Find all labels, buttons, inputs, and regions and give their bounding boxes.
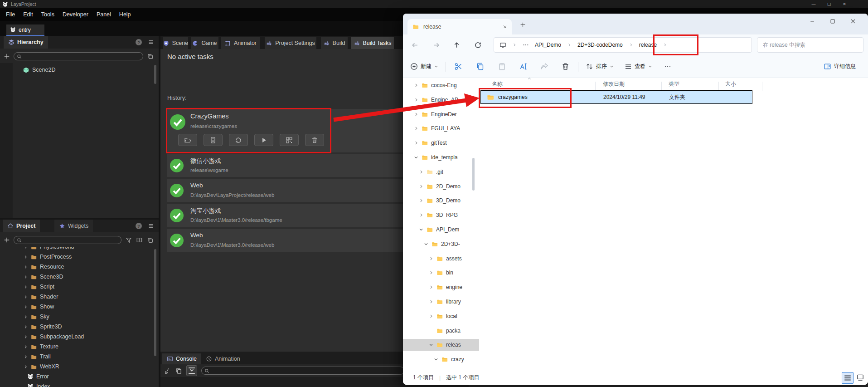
breadcrumb-api_demo[interactable]: API_Demo [535, 42, 561, 48]
more-options-icon[interactable] [664, 63, 671, 70]
chevron-right-icon[interactable] [24, 355, 28, 359]
tree-item-2d-3d-[interactable]: 2D+3D- [403, 238, 479, 250]
project-folder-sprite3d[interactable]: Sprite3D [24, 322, 156, 332]
project-page-index[interactable]: Index [27, 382, 156, 387]
tab-widgets[interactable]: Widgets [54, 220, 93, 232]
chevron-right-icon[interactable] [414, 98, 418, 102]
add-asset-button[interactable] [4, 237, 10, 243]
cut-icon[interactable] [454, 62, 463, 71]
qr-code-button[interactable] [280, 134, 299, 146]
window-close-button[interactable] [850, 18, 856, 24]
help-icon[interactable]: ? [135, 39, 142, 46]
sort-button[interactable]: 排序 [586, 63, 614, 70]
chevron-right-icon[interactable] [414, 83, 418, 88]
breadcrumb-release[interactable]: release [639, 42, 657, 48]
nav-up-icon[interactable] [453, 41, 461, 49]
breadcrumb-chevron-icon[interactable] [663, 43, 667, 47]
project-folder-show[interactable]: Show [24, 302, 156, 312]
refresh-icon[interactable] [474, 41, 482, 49]
nav-forward-icon[interactable] [432, 41, 440, 49]
tree-item-cocos-eng[interactable]: cocos-Eng [403, 79, 479, 91]
tree-item--git[interactable]: .git [403, 166, 479, 178]
project-folder-scene3d[interactable]: Scene3D [24, 272, 156, 282]
rebuild-button[interactable] [229, 134, 248, 146]
tree-item-library[interactable]: library [403, 296, 479, 308]
panel-menu-icon[interactable] [148, 39, 154, 45]
tree-item-releas[interactable]: releas [403, 339, 479, 351]
chevron-right-icon[interactable] [429, 314, 433, 318]
tree-item-local[interactable]: local [403, 310, 479, 322]
tree-item-ide-templa[interactable]: ide_templa [403, 152, 479, 163]
chevron-right-icon[interactable] [24, 265, 28, 269]
hierarchy-scrollbar[interactable] [154, 65, 156, 84]
tab-animation[interactable]: Animation [201, 353, 245, 364]
tab-console[interactable]: Console [162, 353, 201, 364]
chevron-right-icon[interactable] [419, 184, 423, 189]
build-log-button[interactable] [204, 134, 223, 146]
file-row-crazygames[interactable]: crazygames 2024/10/29 11:49 文件夹 [480, 90, 752, 104]
project-folder-texture[interactable]: Texture [24, 342, 156, 352]
hierarchy-tab[interactable]: Hierarchy [4, 36, 48, 49]
delete-button[interactable] [305, 134, 324, 146]
chevron-right-icon[interactable] [24, 315, 28, 319]
breadcrumb-chevron-icon[interactable] [512, 43, 517, 47]
add-node-button[interactable] [4, 53, 10, 59]
clear-console-icon[interactable] [164, 367, 171, 374]
tree-item-assets[interactable]: assets [403, 253, 479, 265]
chevron-right-icon[interactable] [24, 285, 28, 289]
chevron-right-icon[interactable] [429, 285, 433, 289]
tree-item-3d-demo[interactable]: 3D_Demo [403, 195, 479, 206]
chevron-right-icon[interactable] [24, 305, 28, 309]
chevron-down-icon[interactable] [414, 155, 418, 160]
run-button[interactable] [254, 134, 273, 146]
tree-item-packa[interactable]: packa [403, 325, 479, 337]
ide-minimize-button[interactable]: — [806, 2, 821, 6]
breadcrumb-2d+3d-codedemo[interactable]: 2D+3D-codeDemo [577, 42, 623, 48]
chevron-right-icon[interactable] [419, 198, 423, 203]
thumbnail-view-toggle[interactable] [856, 373, 864, 382]
new-tab-button[interactable] [520, 22, 526, 28]
tree-item-api-dem[interactable]: API_Dem [403, 224, 479, 235]
chevron-right-icon[interactable] [419, 213, 423, 217]
copy-icon[interactable] [476, 62, 485, 71]
project-folder-trail[interactable]: Trail [24, 352, 156, 362]
chevron-right-icon[interactable] [429, 299, 433, 304]
share-icon[interactable] [540, 62, 549, 71]
address-bar[interactable]: API_Demo2D+3D-codeDemorelease [494, 37, 752, 53]
chevron-right-icon[interactable] [414, 141, 418, 145]
tree-item-2d-demo[interactable]: 2D_Demo [403, 181, 479, 192]
tree-item-fgui-laya[interactable]: FGUI_LAYA [403, 122, 479, 134]
sort-ascending-caret[interactable] [527, 77, 532, 80]
tree-item-engine-ap[interactable]: Engine_AP [403, 94, 479, 106]
help-icon[interactable]: ? [135, 222, 142, 230]
menu-tools[interactable]: Tools [37, 11, 58, 18]
nav-back-icon[interactable] [411, 41, 419, 49]
project-folder-postprocess[interactable]: PostProcess [24, 252, 156, 262]
chevron-down-icon[interactable] [424, 242, 428, 246]
ide-close-button[interactable]: ✕ [837, 2, 852, 6]
breadcrumb-chevron-icon[interactable] [629, 43, 633, 47]
project-folder-resource[interactable]: Resource [24, 262, 156, 272]
project-search-input[interactable] [14, 236, 121, 244]
details-pane-button[interactable]: 详细信息 [824, 63, 856, 70]
project-scrollbar[interactable] [154, 249, 156, 356]
chevron-down-icon[interactable] [429, 343, 433, 347]
chevron-right-icon[interactable] [24, 345, 28, 349]
chevron-right-icon[interactable] [414, 126, 418, 131]
chevron-right-icon[interactable] [429, 256, 433, 261]
tab-project[interactable]: Project [3, 220, 40, 232]
chevron-right-icon[interactable] [24, 365, 28, 369]
breadcrumb-chevron-icon[interactable] [567, 43, 572, 47]
chevron-right-icon[interactable] [419, 170, 423, 174]
open-folder-button[interactable] [178, 134, 197, 146]
chevron-right-icon[interactable] [24, 255, 28, 259]
chevron-right-icon[interactable] [24, 275, 28, 279]
menu-edit[interactable]: Edit [19, 11, 37, 18]
chevron-right-icon[interactable] [24, 335, 28, 339]
collapse-log-icon[interactable] [186, 365, 197, 376]
tree-item-3d-rpg-[interactable]: 3D_RPG_ [403, 209, 479, 221]
collapse-all-icon[interactable] [147, 53, 154, 60]
tree-item-engine[interactable]: engine [403, 281, 479, 293]
copy-log-icon[interactable] [175, 367, 182, 374]
project-folder-script[interactable]: Script [24, 282, 156, 292]
